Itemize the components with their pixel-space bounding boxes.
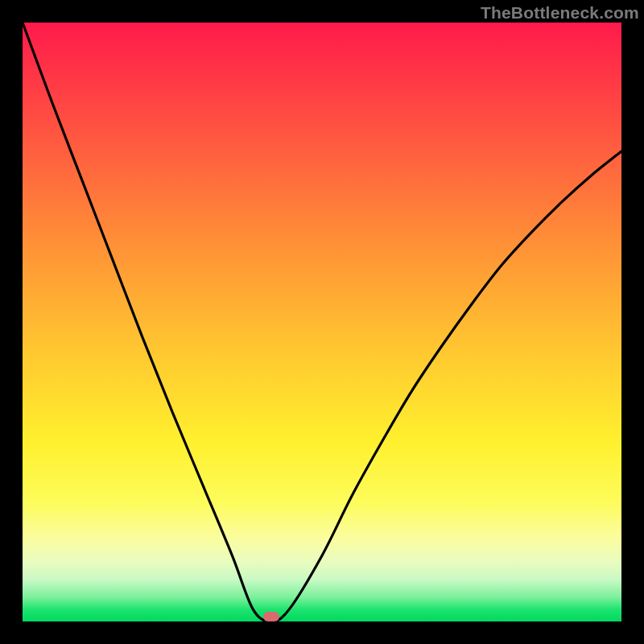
chart-frame: TheBottleneck.com xyxy=(0,0,644,644)
bottleneck-curve xyxy=(23,23,621,621)
plot-area xyxy=(23,23,621,621)
minimum-marker xyxy=(263,612,279,621)
watermark-text: TheBottleneck.com xyxy=(481,3,639,23)
curve-svg xyxy=(23,23,621,621)
